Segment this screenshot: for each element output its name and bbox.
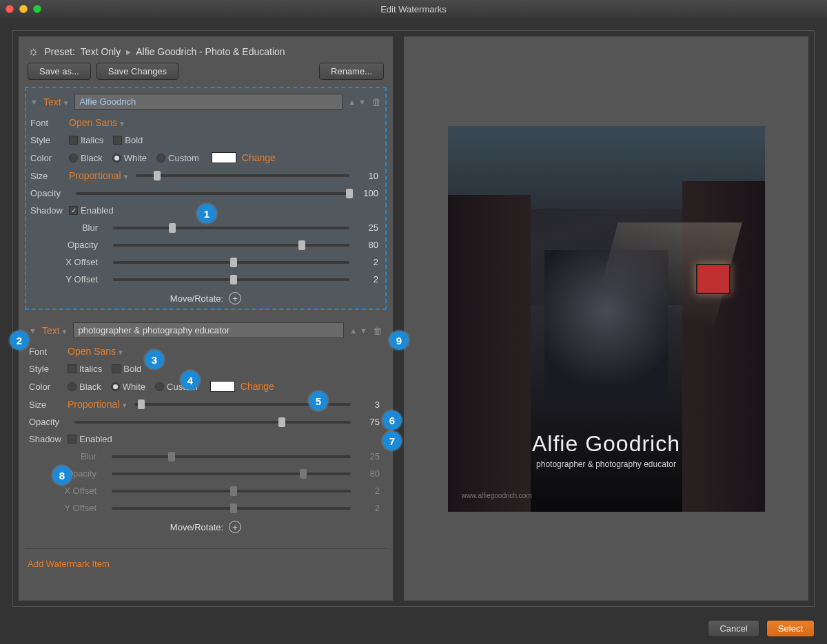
dialog-footer: Cancel Select (708, 620, 815, 637)
add-transform-icon[interactable]: + (229, 292, 241, 304)
shadow-blur-slider[interactable] (113, 227, 349, 229)
callout-2: 2 (10, 331, 29, 350)
callout-7: 7 (382, 431, 402, 450)
select-button[interactable]: Select (766, 620, 815, 637)
rename-button[interactable]: Rename... (319, 63, 384, 80)
preview-watermark-url: www.alfiegoodrich.com (462, 492, 532, 499)
callout-5: 5 (309, 391, 328, 411)
shadow-enabled-checkbox[interactable] (68, 435, 76, 444)
shadow-yoffset-slider[interactable] (112, 507, 351, 510)
shadow-opacity-slider[interactable] (112, 472, 351, 475)
change-color-link[interactable]: Change (242, 152, 276, 163)
size-mode-dropdown[interactable]: Proportional▼ (69, 170, 129, 181)
size-slider[interactable] (136, 174, 349, 177)
chevron-right-icon: ▸ (123, 46, 134, 57)
callout-3: 3 (145, 350, 164, 369)
italics-checkbox[interactable] (69, 136, 78, 145)
window-title: Edit Watermarks (0, 4, 827, 14)
item-type-dropdown[interactable]: Text▼ (42, 325, 68, 336)
callout-8: 8 (52, 466, 72, 485)
watermark-text-input[interactable] (74, 94, 343, 110)
color-white-radio[interactable] (111, 382, 120, 391)
watermark-text-input[interactable] (73, 322, 344, 338)
color-black-radio[interactable] (68, 382, 76, 391)
font-dropdown[interactable]: Open Sans▼ (68, 346, 124, 357)
watermark-section-2: ▼ Text▼ ▲ ▼ 🗑 Font Open Sans▼ (25, 317, 387, 537)
gear-icon[interactable]: ☼ (28, 44, 39, 59)
preview-panel: Alfie Goodrich photographer & photograph… (404, 37, 808, 601)
color-custom-radio[interactable] (155, 382, 164, 391)
add-transform-icon[interactable]: + (229, 521, 241, 533)
callout-9: 9 (389, 331, 409, 350)
opacity-slider[interactable] (76, 192, 349, 195)
move-rotate-label: Move/Rotate: (170, 293, 223, 304)
preview-watermark-main: Alfie Goodrich (448, 431, 765, 457)
callout-4: 4 (181, 371, 200, 390)
color-black-radio[interactable] (69, 154, 78, 163)
move-up-icon[interactable]: ▲ (348, 98, 356, 106)
shadow-blur-slider[interactable] (112, 455, 351, 458)
callout-1: 1 (197, 204, 216, 223)
change-color-link[interactable]: Change (241, 381, 274, 392)
bold-checkbox[interactable] (112, 364, 121, 373)
preview-watermark-sub: photographer & photography educator (448, 459, 765, 469)
watermark-section-1: ▼ Text▼ ▲ ▼ 🗑 Font Open Sans▼ (25, 87, 387, 310)
move-down-icon[interactable]: ▼ (360, 326, 367, 335)
color-swatch[interactable] (212, 152, 236, 163)
save-as-button[interactable]: Save as... (28, 63, 91, 80)
color-custom-radio[interactable] (156, 154, 165, 163)
shadow-xoffset-slider[interactable] (113, 261, 349, 264)
collapse-icon[interactable]: ▼ (29, 326, 37, 335)
move-down-icon[interactable]: ▼ (358, 98, 366, 106)
size-mode-dropdown[interactable]: Proportional▼ (68, 399, 127, 410)
callout-6: 6 (382, 411, 402, 430)
color-white-radio[interactable] (112, 154, 121, 163)
divider (25, 548, 387, 549)
content-frame: ☼ Preset: Text Only ▸ Alfie Goodrich - P… (12, 30, 815, 607)
trash-icon[interactable]: 🗑 (373, 325, 382, 336)
preset-label: Preset: (45, 46, 75, 57)
opacity-slider[interactable] (74, 421, 351, 424)
save-changes-button[interactable]: Save Changes (96, 63, 178, 80)
trash-icon[interactable]: 🗑 (371, 96, 381, 107)
add-watermark-item-link[interactable]: Add Watermark Item (25, 554, 387, 573)
settings-panel: ☼ Preset: Text Only ▸ Alfie Goodrich - P… (19, 37, 393, 601)
shadow-enabled-checkbox[interactable] (69, 206, 78, 215)
cancel-button[interactable]: Cancel (708, 620, 759, 637)
shadow-yoffset-slider[interactable] (113, 278, 349, 281)
collapse-icon[interactable]: ▼ (30, 98, 38, 106)
font-dropdown[interactable]: Open Sans▼ (69, 117, 125, 128)
item-type-dropdown[interactable]: Text▼ (43, 96, 70, 107)
shadow-opacity-slider[interactable] (113, 244, 349, 247)
move-rotate-label: Move/Rotate: (170, 522, 223, 532)
bold-checkbox[interactable] (113, 136, 122, 145)
move-up-icon[interactable]: ▲ (349, 326, 357, 335)
shadow-xoffset-slider[interactable] (112, 490, 351, 492)
italics-checkbox[interactable] (68, 364, 76, 373)
preview-image: Alfie Goodrich photographer & photograph… (448, 126, 765, 512)
preset-breadcrumb[interactable]: Text Only ▸ Alfie Goodrich - Photo & Edu… (81, 46, 285, 57)
titlebar: Edit Watermarks (0, 0, 827, 18)
color-swatch[interactable] (210, 381, 235, 392)
